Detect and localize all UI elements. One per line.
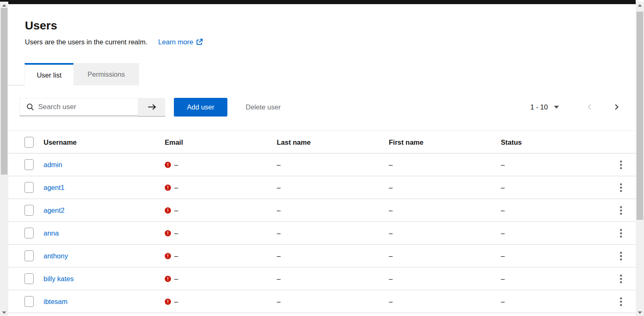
column-header-status: Status [501,131,522,154]
left-scrollbar-thumb[interactable] [1,8,7,175]
tab-user-list[interactable]: User list [24,63,73,85]
table-body: admin ! – – – – agent1 ! – – – – agent2 … [8,153,636,313]
page-description: Users are the users in the current realm… [25,38,203,46]
username-link[interactable]: admin [44,153,62,176]
column-header-firstname: First name [389,131,423,154]
scroll-down-icon[interactable] [638,311,642,314]
row-checkbox[interactable] [24,182,34,193]
add-user-button[interactable]: Add user [174,98,227,117]
firstname-empty-value: – [389,176,393,199]
email-empty-value: – [174,222,178,245]
email-cell: ! – [165,199,178,222]
toolbar: Add user Delete user 1 - 10 [8,98,636,117]
search-submit-button[interactable] [138,98,165,117]
tab-bar: User list Permissions [8,63,636,85]
firstname-empty-value: – [389,245,393,267]
search-icon [27,103,34,111]
kebab-icon [620,229,622,238]
status-empty-value: – [501,245,505,267]
row-checkbox[interactable] [24,296,34,307]
status-empty-value: – [501,176,505,199]
kebab-icon [620,275,622,283]
pagination-range: 1 - 10 [530,103,548,111]
status-empty-value: – [501,267,505,290]
email-empty-value: – [174,153,178,176]
error-circle-icon: ! [165,230,171,236]
learn-more-label: Learn more [158,38,193,46]
status-empty-value: – [501,199,505,222]
tab-user-list-label: User list [37,71,62,79]
learn-more-link[interactable]: Learn more [158,38,202,46]
email-cell: ! – [165,153,178,176]
table-row: ibtesam ! – – – – [8,290,636,313]
email-cell: ! – [165,245,178,267]
lastname-empty-value: – [277,290,281,313]
next-page-button[interactable] [610,100,623,114]
table-row: anna ! – – – – [8,222,636,245]
lastname-empty-value: – [277,245,281,267]
error-circle-icon: ! [165,276,171,282]
status-empty-value: – [501,222,505,245]
page-subtitle: Users are the users in the current realm… [25,38,147,46]
email-empty-value: – [174,199,178,222]
error-circle-icon: ! [165,253,171,259]
left-scrollbar[interactable] [0,2,8,316]
username-link[interactable]: agent2 [44,199,64,222]
email-empty-value: – [174,176,178,199]
firstname-empty-value: – [389,290,393,313]
column-header-lastname: Last name [277,131,311,154]
email-cell: ! – [165,267,178,290]
delete-user-button[interactable]: Delete user [246,98,281,117]
kebab-menu-button[interactable] [613,153,628,176]
username-link[interactable]: anthony [44,245,68,267]
lastname-empty-value: – [277,222,281,245]
arrow-right-icon [147,103,156,111]
right-scrollbar[interactable] [636,2,644,316]
chevron-left-icon [587,104,593,110]
row-checkbox[interactable] [24,159,34,170]
tab-permissions[interactable]: Permissions [73,63,139,85]
lastname-empty-value: – [277,176,281,199]
firstname-empty-value: – [389,267,393,290]
kebab-menu-button[interactable] [613,245,628,267]
table-row: agent2 ! – – – – [8,199,636,222]
lastname-empty-value: – [277,267,281,290]
table-row: billy kates ! – – – – [8,267,636,290]
kebab-menu-button[interactable] [613,222,628,245]
email-empty-value: – [174,267,178,290]
kebab-icon [620,252,622,260]
page-title: Users [25,19,57,32]
email-empty-value: – [174,245,178,267]
kebab-menu-button[interactable] [613,290,628,313]
scroll-up-icon[interactable] [2,4,6,7]
scroll-up-icon[interactable] [638,4,642,7]
kebab-menu-button[interactable] [613,199,628,222]
row-checkbox[interactable] [24,228,34,238]
username-link[interactable]: billy kates [44,267,73,290]
kebab-menu-button[interactable] [613,267,628,290]
search-input[interactable] [20,98,138,116]
kebab-icon [620,160,622,169]
scroll-down-icon[interactable] [2,311,6,314]
username-link[interactable]: agent1 [44,176,64,199]
previous-page-button[interactable] [583,100,596,114]
masthead-bar [0,0,636,4]
error-circle-icon: ! [165,299,171,305]
username-link[interactable]: ibtesam [44,290,68,313]
error-circle-icon: ! [165,207,171,214]
row-checkbox[interactable] [24,273,34,284]
row-checkbox[interactable] [24,250,34,261]
select-all-checkbox[interactable] [24,137,34,148]
username-link[interactable]: anna [44,222,59,245]
row-checkbox[interactable] [24,205,34,216]
email-empty-value: – [174,290,178,313]
status-empty-value: – [501,290,505,313]
right-scrollbar-thumb[interactable] [637,12,643,220]
kebab-icon [620,206,622,215]
users-page: Users Users are the users in the current… [8,4,636,316]
external-link-icon [196,39,203,46]
table-row: admin ! – – – – [8,153,636,176]
pagination-dropdown[interactable]: 1 - 10 [530,98,559,117]
kebab-menu-button[interactable] [613,176,628,199]
email-cell: ! – [165,290,178,313]
